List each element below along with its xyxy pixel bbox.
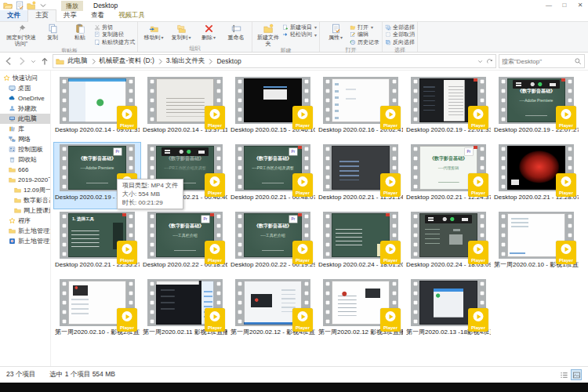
back-icon[interactable] [3, 56, 14, 67]
sidebar-item-12.09周一交[interactable]: 12.09周一交 [0, 185, 50, 195]
qat-properties-icon[interactable] [15, 1, 24, 10]
ribbon-button-剪切[interactable]: 剪切 [94, 24, 135, 31]
sidebar-item-库[interactable]: 库 [0, 124, 50, 134]
ribbon-button-属性[interactable]: 属性▾ [322, 23, 349, 42]
ribbon-button-重命名[interactable]: 重命名 [223, 23, 249, 42]
open-icon [350, 24, 356, 31]
thumbnail-view-button[interactable] [571, 369, 582, 380]
sidebar-item-回收站[interactable]: 回收站 [0, 154, 50, 165]
breadcrumb-segment[interactable]: 3.输出文件夹 [165, 56, 207, 66]
ribbon-button-轻松访问[interactable]: 轻松访问▾ [282, 31, 317, 39]
refresh-icon[interactable] [486, 58, 493, 65]
tab-主页[interactable]: 主页 [27, 9, 56, 22]
recent-locations-icon[interactable] [30, 58, 37, 65]
file-item[interactable]: Player第一周2020.02.12 影视3班直播视频上 [317, 277, 405, 344]
file-item[interactable]: 《数字影音基础》----工具栏介绍PrPlayerDesktop 2020.02… [141, 209, 229, 277]
file-item[interactable]: Player第一周2020.02.10 - 影视2班直播视频全 [53, 277, 141, 344]
up-icon[interactable] [39, 56, 50, 67]
player-badge: Player [205, 241, 225, 264]
sprocket-hole [501, 98, 506, 103]
file-item[interactable]: PlayerDesktop 2020.02.21 - 12.28.07.03 [492, 142, 580, 209]
ribbon-button-移动到[interactable]: 移动到▾ [140, 23, 167, 42]
play-triangle-icon [564, 180, 568, 184]
file-item[interactable]: 《数字影音基础》----工具栏介绍PrPlayerDesktop 2020.02… [229, 209, 317, 277]
ribbon-button-固定到"快速访问"[interactable]: 固定到"快速访问" [4, 23, 38, 47]
ribbon-button-反向选择[interactable]: 反向选择 [385, 38, 415, 46]
play-icon [210, 176, 220, 187]
sidebar-item-快速访问[interactable]: 快速访问 [0, 73, 50, 83]
play-icon [210, 311, 220, 321]
ribbon-button-粘贴[interactable]: 粘贴 [67, 23, 93, 42]
file-item[interactable]: PlayerDesktop 2020.02.21 - 11.51.14.01 [317, 142, 405, 209]
file-item[interactable]: PlayerDesktop 2020.02.14 - 09.01.31.02 [53, 74, 141, 142]
breadcrumb-segment[interactable]: 此电脑 [66, 56, 89, 66]
sprocket-hole [62, 300, 67, 305]
sprocket-hole [304, 98, 309, 103]
breadcrumb-segment[interactable]: 机械硬盘-资料 (D:) [98, 56, 156, 66]
maximize-button[interactable]: □ [557, 0, 572, 11]
address-dropdown-icon[interactable] [477, 58, 484, 65]
sprocket-hole [501, 156, 506, 161]
tab-共享[interactable]: 共享 [56, 10, 84, 21]
search-box[interactable] [499, 54, 585, 68]
file-item[interactable]: PlayerDesktop 2020.02.15 - 20.46.10.01 [229, 74, 317, 142]
sidebar-item-此电脑[interactable]: 此电脑 [0, 114, 50, 124]
file-item[interactable]: Player第一周2020.02.12 - 影视4班直播视频全 [229, 277, 317, 344]
sidebar-item-网络[interactable]: 网络 [0, 134, 50, 144]
sidebar-item-程序[interactable]: 程序 [0, 216, 50, 226]
sprocket-hole [480, 79, 485, 84]
sidebar-item-2019-2020下学期随堂[interactable]: 2019-2020下学期随堂 [0, 175, 50, 185]
file-item[interactable]: PlayerDesktop 2020.02.16 - 20.02.41.01 [317, 74, 405, 142]
sidebar-item-OneDrive[interactable]: OneDrive [0, 93, 50, 103]
file-item[interactable]: PlayerDesktop 2020.02.19 - 22.01.33.01 [405, 74, 492, 142]
ribbon-button-历史记录[interactable]: 历史记录 [350, 38, 379, 46]
search-icon[interactable] [574, 57, 582, 65]
ribbon-button-打开[interactable]: 打开▾ [350, 24, 379, 31]
sidebar-item-网上授课过程存留[interactable]: 网上授课过程存留 [0, 205, 50, 216]
ribbon-button-新建项目[interactable]: 新建项目▾ [282, 24, 317, 31]
sidebar-item-666[interactable]: 666 [0, 165, 50, 175]
file-item[interactable]: Player第一周2020.02.13 -18影视4班直播视频全 [405, 277, 492, 344]
ribbon-button-编辑[interactable]: 编辑 [350, 31, 379, 39]
tab-查看[interactable]: 查看 [84, 10, 111, 21]
ribbon-button-全部选择[interactable]: 全部选择 [385, 24, 415, 31]
ribbon-button-新建文件夹[interactable]: 新建文件夹 [255, 23, 281, 47]
sidebar-item-桌面[interactable]: 桌面 [0, 83, 50, 93]
file-item[interactable]: 《数字影音基础》----Adobe PremierePlayerDesktop … [492, 74, 580, 142]
ribbon-button-粘贴快捷方式[interactable]: 粘贴快捷方式 [94, 38, 135, 46]
file-item[interactable]: 《数字影音基础》----代理剪辑PrPlayerDesktop 2020.02.… [405, 142, 492, 209]
video-thumbnail: 《数字影音基础》----代理剪辑PrPlayer [411, 144, 486, 191]
details-view-button[interactable] [558, 369, 569, 380]
file-item[interactable]: 1. 选择工具PlayerDesktop 2020.02.21 - 22.35.… [53, 209, 141, 277]
ribbon-button-复制[interactable]: 复制 [39, 23, 66, 42]
ribbon-button-复制到[interactable]: 复制到▾ [168, 23, 194, 42]
file-item[interactable]: 《数字影音基础》----PR工作区介绍及调整PrPlayerDesktop 20… [229, 142, 317, 209]
sidebar-item-控制面板[interactable]: 控制面板 [0, 144, 50, 154]
minimize-button[interactable]: — [541, 0, 557, 11]
sidebar-item-新土地管理法[interactable]: 新土地管理法 [0, 226, 50, 236]
file-item[interactable]: Player第一周2020.02.11 影视1班直播视频下 [141, 277, 229, 344]
ribbon-button-复制路径[interactable]: 复制路径 [94, 31, 135, 39]
breadcrumb[interactable]: 此电脑机械硬盘-资料 (D:)3.输出文件夹Desktop [53, 54, 496, 68]
sidebar-item-孙建政[interactable]: 孙建政 [0, 103, 50, 114]
sprocket-hole [568, 147, 572, 151]
sidebar-item-新土地管理法 (2)[interactable]: 新土地管理法 (2) [0, 236, 50, 246]
file-item[interactable]: PlayerDesktop 2020.02.14 - 15.37.11.02 [141, 74, 229, 142]
file-item[interactable]: PlayerDesktop 2020.02.24 - 18.01.20.01 [317, 209, 405, 277]
sprocket-hole [480, 165, 485, 170]
tab-文件[interactable]: 文件 [0, 10, 27, 21]
sidebar-item-数字影音基础相关[interactable]: 数字影音基础相关 [0, 195, 50, 205]
file-item[interactable]: Player第一周2020.02.10 - 影视1班直播视频上 [492, 209, 580, 277]
close-button[interactable]: ✕ [572, 0, 588, 11]
ribbon-button-全部取消[interactable]: 全部取消 [385, 31, 415, 39]
tab-视频工具[interactable]: 视频工具 [111, 10, 152, 21]
sprocket-hole [216, 156, 221, 161]
item-count: 23 个项目 [6, 370, 35, 379]
file-item[interactable]: PlayerDesktop 2020.02.24 - 18.03.09.02 [405, 209, 492, 277]
sprocket-hole [62, 79, 67, 84]
player-badge: Player [468, 241, 488, 264]
breadcrumb-segment[interactable]: Desktop [215, 57, 242, 65]
forward-icon[interactable] [16, 56, 27, 67]
search-input[interactable] [499, 58, 574, 65]
ribbon-button-删除[interactable]: 删除▾ [195, 23, 222, 42]
